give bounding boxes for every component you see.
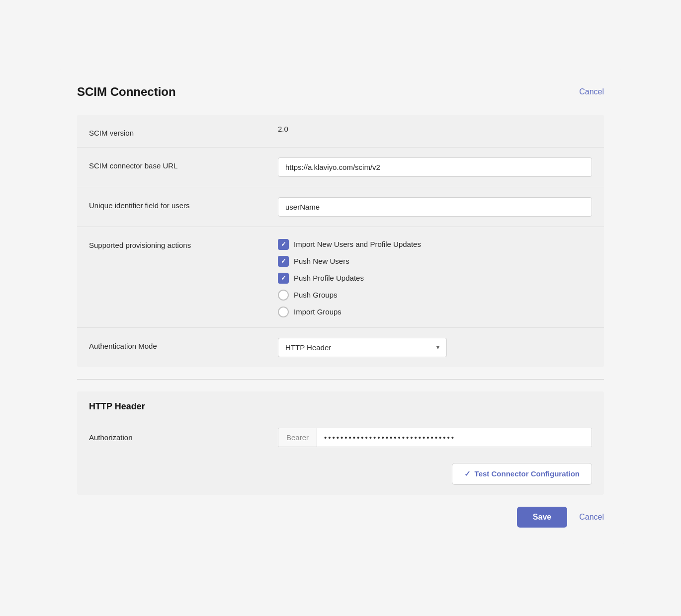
save-button[interactable]: Save: [517, 507, 567, 528]
checkbox-label-import-groups: Import Groups: [294, 308, 341, 316]
scim-version-static: 2.0: [278, 121, 288, 133]
checkbox-label-import-new-users: Import New Users and Profile Updates: [294, 240, 421, 248]
scim-version-row: SCIM version 2.0: [77, 115, 604, 148]
unique-identifier-label: Unique identifier field for users: [89, 197, 278, 210]
scim-version-value: 2.0: [278, 125, 592, 134]
provisioning-actions-row: Supported provisioning actions ✓ Import …: [77, 227, 604, 328]
checkbox-icon-import-groups: [278, 307, 289, 317]
auth-mode-value: HTTP Header OAuth Basic Auth ▼: [278, 338, 592, 357]
scim-url-row: SCIM connector base URL: [77, 148, 604, 187]
unique-identifier-value: [278, 197, 592, 217]
checkbox-push-new-users[interactable]: ✓ Push New Users: [278, 256, 592, 267]
auth-mode-row: Authentication Mode HTTP Header OAuth Ba…: [77, 328, 604, 367]
provisioning-actions-label: Supported provisioning actions: [89, 237, 278, 249]
authorization-row: Authorization Bearer: [77, 420, 604, 459]
check-icon: ✓: [464, 469, 471, 478]
scim-url-label: SCIM connector base URL: [89, 157, 278, 170]
checkbox-icon-import-new-users: ✓: [278, 239, 289, 250]
form-section: SCIM version 2.0 SCIM connector base URL…: [77, 115, 604, 367]
authorization-password-input[interactable]: [317, 428, 592, 447]
section-divider: [77, 379, 604, 380]
provisioning-actions-value: ✓ Import New Users and Profile Updates ✓…: [278, 237, 592, 317]
scim-url-value: [278, 157, 592, 177]
unique-identifier-input[interactable]: [278, 197, 592, 217]
checkmark: ✓: [281, 257, 286, 265]
cancel-button-top[interactable]: Cancel: [579, 87, 604, 96]
checkbox-import-new-users[interactable]: ✓ Import New Users and Profile Updates: [278, 239, 592, 250]
authorization-label: Authorization: [89, 433, 278, 442]
checkbox-import-groups[interactable]: Import Groups: [278, 307, 592, 317]
test-connector-button[interactable]: ✓ Test Connector Configuration: [452, 463, 592, 485]
authorization-input-group: Bearer: [278, 428, 592, 447]
scim-connection-modal: SCIM Connection Cancel SCIM version 2.0 …: [57, 69, 624, 547]
checkbox-label-push-groups: Push Groups: [294, 291, 338, 299]
auth-mode-select-wrapper: HTTP Header OAuth Basic Auth ▼: [278, 338, 447, 357]
auth-mode-select[interactable]: HTTP Header OAuth Basic Auth: [278, 338, 447, 357]
checkbox-push-groups[interactable]: Push Groups: [278, 290, 592, 301]
scim-version-label: SCIM version: [89, 125, 278, 137]
http-header-title: HTTP Header: [77, 391, 604, 420]
modal-title: SCIM Connection: [77, 85, 176, 99]
checkbox-label-push-profile-updates: Push Profile Updates: [294, 274, 364, 282]
modal-header: SCIM Connection Cancel: [77, 85, 604, 99]
checkbox-icon-push-new-users: ✓: [278, 256, 289, 267]
auth-mode-label: Authentication Mode: [89, 338, 278, 350]
cancel-button-bottom[interactable]: Cancel: [579, 513, 604, 522]
checkmark: ✓: [281, 274, 286, 282]
test-connector-row: ✓ Test Connector Configuration: [77, 459, 604, 495]
checkbox-push-profile-updates[interactable]: ✓ Push Profile Updates: [278, 273, 592, 284]
scim-url-input[interactable]: [278, 157, 592, 177]
checkbox-group: ✓ Import New Users and Profile Updates ✓…: [278, 237, 592, 317]
unique-identifier-row: Unique identifier field for users: [77, 187, 604, 227]
bearer-prefix: Bearer: [278, 428, 317, 447]
checkbox-label-push-new-users: Push New Users: [294, 257, 349, 265]
checkmark: ✓: [281, 240, 286, 248]
http-header-section: HTTP Header Authorization Bearer ✓ Test …: [77, 391, 604, 495]
footer-actions: Save Cancel: [77, 507, 604, 528]
test-connector-label: Test Connector Configuration: [475, 469, 580, 478]
checkbox-icon-push-profile-updates: ✓: [278, 273, 289, 284]
checkbox-icon-push-groups: [278, 290, 289, 301]
